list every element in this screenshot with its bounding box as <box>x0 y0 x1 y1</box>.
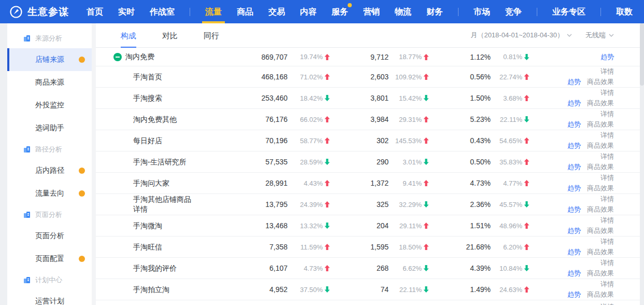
trend-link[interactable]: 趋势 <box>567 120 581 129</box>
trend-link[interactable]: 趋势 <box>567 247 581 257</box>
date-range-filter[interactable]: 月（2018-04-01~2018-04-30） <box>470 31 572 40</box>
product-effect-link[interactable]: 商品效果 <box>587 99 614 108</box>
tab-同行[interactable]: 同行 <box>204 23 219 48</box>
nav-item-业务专区[interactable]: 业务专区 <box>552 0 585 23</box>
trend-link[interactable]: 趋势 <box>600 52 614 62</box>
device-filter[interactable]: 无线端 <box>585 31 614 40</box>
change-value: 145.53% <box>395 137 422 145</box>
trend-link[interactable]: 趋势 <box>567 162 581 172</box>
vertical-scrollbar[interactable] <box>640 23 644 305</box>
sidebar-item-外投监控[interactable]: 外投监控 <box>7 94 92 117</box>
sidebar-item-店铺来源[interactable]: 店铺来源 <box>7 48 92 71</box>
nav-item-取数[interactable]: 取数 <box>616 0 633 23</box>
change-value: 29.31% <box>399 116 422 123</box>
product-effect-link[interactable]: 商品效果 <box>587 290 614 299</box>
detail-link[interactable]: 详情 <box>600 88 614 98</box>
trend-link[interactable]: 趋势 <box>567 269 581 278</box>
sidebar-item-页面分析[interactable]: 页面分析 <box>7 225 92 247</box>
detail-link[interactable]: 详情 <box>600 216 614 225</box>
visitors-cell: 468,168 <box>225 73 288 81</box>
change-value: 11.59% <box>300 243 323 251</box>
trend-link[interactable]: 趋势 <box>567 226 581 235</box>
change-value: 71.02% <box>300 73 323 81</box>
trend-link[interactable]: 趋势 <box>567 99 581 108</box>
change-value: 19.74% <box>300 53 323 61</box>
buyers-cell: 2,603 <box>330 73 389 81</box>
table-row-partial: 详情 <box>96 300 640 305</box>
product-effect-link[interactable]: 商品效果 <box>587 269 614 278</box>
nav-divider <box>600 8 601 16</box>
trend-link[interactable]: 趋势 <box>567 184 581 193</box>
trend-down-arrow-icon <box>423 159 429 165</box>
detail-link[interactable]: 详情 <box>600 152 614 161</box>
sidebar-item-店内路径[interactable]: 店内路径 <box>7 159 92 182</box>
nav-item-交易[interactable]: 交易 <box>268 0 285 23</box>
action-links-line: 趋势商品效果 <box>567 205 614 214</box>
change-value: 37.50% <box>300 286 323 294</box>
detail-link[interactable]: 详情 <box>600 302 614 305</box>
nav-item-物流[interactable]: 物流 <box>395 0 411 23</box>
visitors-cell: 7,358 <box>225 243 288 251</box>
nav-item-实时[interactable]: 实时 <box>118 0 135 23</box>
detail-link[interactable]: 详情 <box>600 173 614 183</box>
detail-link[interactable]: 详情 <box>600 195 614 204</box>
nav-item-首页[interactable]: 首页 <box>87 0 103 23</box>
brand[interactable]: 生意参谋 <box>9 5 69 19</box>
nav-item-流量[interactable]: 流量 <box>205 0 222 23</box>
sidebar-item-流量去向[interactable]: 流量去向 <box>7 182 92 205</box>
nav-item-商品[interactable]: 商品 <box>237 0 253 23</box>
nav-item-作战室[interactable]: 作战室 <box>150 0 175 23</box>
trend-up-arrow-icon <box>524 74 529 80</box>
product-effect-link[interactable]: 商品效果 <box>587 205 614 214</box>
trend-up-arrow-icon <box>324 265 330 271</box>
tab-构成[interactable]: 构成 <box>121 23 136 48</box>
detail-link[interactable]: 详情 <box>600 258 614 268</box>
conversion-rate-cell: 21.68% <box>429 243 491 251</box>
action-links-line: 趋势商品效果 <box>567 77 614 87</box>
nav-item-市场[interactable]: 市场 <box>474 0 490 23</box>
collapse-toggle-icon[interactable] <box>113 53 122 61</box>
change-cell: 24.39% <box>288 201 330 209</box>
detail-link[interactable]: 详情 <box>600 280 614 289</box>
nav-item-服务[interactable]: 服务 <box>332 0 348 23</box>
action-links-line: 趋势商品效果 <box>567 184 614 193</box>
sidebar-item-选词助手[interactable]: 选词助手 <box>7 117 92 140</box>
trend-link[interactable]: 趋势 <box>567 141 581 150</box>
detail-link[interactable]: 详情 <box>600 67 614 76</box>
nav-item-内容[interactable]: 内容 <box>300 0 317 23</box>
product-effect-link[interactable]: 商品效果 <box>587 141 614 150</box>
product-effect-link[interactable]: 商品效果 <box>587 77 614 87</box>
sycm-logo-icon <box>9 5 23 19</box>
change-cell: 4.43% <box>288 179 330 187</box>
change-value: 45.57% <box>499 201 522 209</box>
sidebar-item-label: 页面配置 <box>35 254 64 264</box>
sidebar-item-商品来源[interactable]: 商品来源 <box>7 71 92 94</box>
trend-link[interactable]: 趋势 <box>567 205 581 214</box>
product-effect-link[interactable]: 商品效果 <box>587 226 614 235</box>
change-cell: 22.11% <box>389 286 429 294</box>
change-cell: 4.77% <box>491 179 529 187</box>
nav-item-营销[interactable]: 营销 <box>363 0 380 23</box>
nav-item-竞争[interactable]: 竞争 <box>505 0 522 23</box>
conversion-rate-cell: 1.49% <box>429 285 491 294</box>
trend-link[interactable]: 趋势 <box>567 290 581 299</box>
tab-对比[interactable]: 对比 <box>162 23 178 48</box>
detail-link[interactable]: 详情 <box>600 109 614 119</box>
change-cell: 45.57% <box>491 201 529 209</box>
detail-link[interactable]: 详情 <box>600 237 614 246</box>
buyers-cell: 74 <box>330 285 389 294</box>
nav-item-财务[interactable]: 财务 <box>426 0 443 23</box>
trend-link[interactable]: 趋势 <box>567 77 581 87</box>
buyers-cell: 290 <box>330 158 389 166</box>
product-effect-link[interactable]: 商品效果 <box>587 162 614 172</box>
product-effect-link[interactable]: 商品效果 <box>587 120 614 129</box>
table-row: 手淘微淘13,46813.32%20429.11%1.51%48.96%详情趋势… <box>96 215 640 237</box>
change-value: 48.96% <box>499 222 522 230</box>
product-effect-link[interactable]: 商品效果 <box>587 184 614 193</box>
product-effect-link[interactable]: 商品效果 <box>587 247 614 257</box>
detail-link[interactable]: 详情 <box>600 131 614 140</box>
scrollbar-thumb[interactable] <box>640 23 644 86</box>
sidebar-item-运营计划[interactable]: 运营计划 <box>7 290 92 305</box>
sidebar-item-页面配置[interactable]: 页面配置 <box>7 247 92 270</box>
change-value: 13.32% <box>300 222 323 230</box>
